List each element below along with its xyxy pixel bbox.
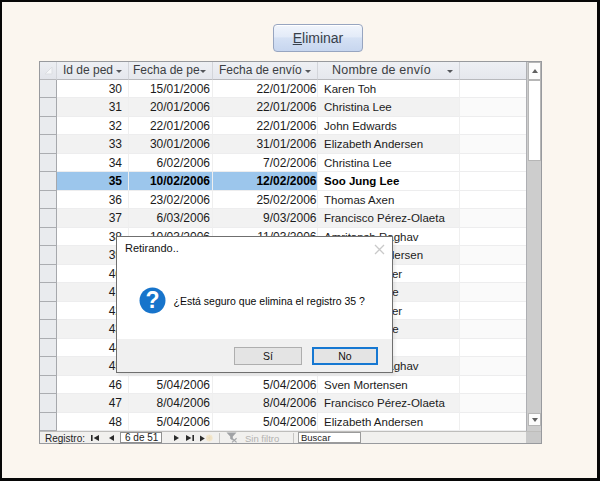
svg-text:?: ? xyxy=(145,287,159,313)
